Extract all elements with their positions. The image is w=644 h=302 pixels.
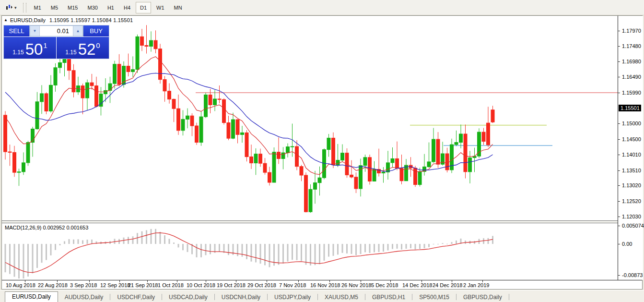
timeframe-buttons: M1M5M15M30H1H4D1W1MN xyxy=(29,0,187,15)
timeframe-button-mn[interactable]: MN xyxy=(170,2,187,13)
chart-tab-audusd-daily[interactable]: AUDUSD,Daily xyxy=(58,292,110,302)
price-axis-tick xyxy=(618,185,620,186)
toolbar-separator xyxy=(23,3,26,12)
macd-axis-label: 0.00 xyxy=(622,241,632,247)
macd-axis-tick xyxy=(618,275,620,276)
chart-tab-usdchf-daily[interactable]: USDCHF,Daily xyxy=(110,292,162,302)
collapse-icon[interactable]: ▲ xyxy=(4,18,8,22)
volume-down-icon[interactable]: ▼ xyxy=(30,26,40,36)
date-axis-label: 3 Sep 2018 xyxy=(70,282,97,288)
timeframe-button-d1[interactable]: D1 xyxy=(136,2,151,13)
chart-tab-usdjpy-daily[interactable]: USDJPY,Daily xyxy=(268,292,317,302)
price-axis-tick xyxy=(618,139,620,140)
price-axis-tick xyxy=(618,46,620,47)
price-axis-tick xyxy=(618,155,620,155)
macd-chart[interactable] xyxy=(2,223,618,280)
date-axis-label: 16 Nov 2018 xyxy=(310,282,340,288)
date-axis-label: 21 Sep 2018 xyxy=(128,282,158,288)
timeframe-button-m5[interactable]: M5 xyxy=(47,2,62,13)
price-axis-label: 1.14010 xyxy=(622,152,641,157)
macd-axis-tick xyxy=(618,244,620,244)
chart-title-symbol: EURUSD,Daily xyxy=(10,17,46,23)
date-axis-label: 26 Nov 2018 xyxy=(341,282,371,288)
price-axis-tick xyxy=(618,61,620,62)
timeframe-button-m1[interactable]: M1 xyxy=(30,2,46,13)
buy-price-small: 1.15 xyxy=(65,49,76,56)
date-axis-label: 19 Oct 2018 xyxy=(217,282,246,288)
price-axis[interactable]: 1.179701.174801.169801.164901.159901.150… xyxy=(618,16,643,280)
price-axis-label: 1.17480 xyxy=(622,43,641,49)
chart-tab-eurusd-daily[interactable]: EURUSD,Daily xyxy=(5,291,58,302)
date-axis-label: 2 Jan 2019 xyxy=(463,282,489,288)
buy-price-quote[interactable]: 1.15 52 0 xyxy=(57,37,109,59)
price-axis-label: 1.13020 xyxy=(622,182,641,188)
price-axis-label: 1.13510 xyxy=(622,168,641,173)
price-axis-label: 1.17970 xyxy=(622,28,641,34)
price-axis-tick xyxy=(618,170,620,171)
price-axis-label: 1.15000 xyxy=(622,121,641,126)
price-axis-label: 1.12520 xyxy=(622,198,641,204)
date-axis-label: 14 Dec 2018 xyxy=(402,282,432,288)
date-axis-label: 10 Oct 2018 xyxy=(187,282,215,288)
date-axis-label: 24 Dec 2018 xyxy=(433,282,462,288)
chart-tools-button[interactable]: ▾ xyxy=(3,1,19,14)
volume-up-icon[interactable]: ▲ xyxy=(73,26,83,36)
buy-price-big: 52 xyxy=(78,41,96,57)
chart-tab-usdcad-daily[interactable]: USDCAD,Daily xyxy=(162,292,214,302)
charts-toolbar: ▾ M1M5M15M30H1H4D1W1MN xyxy=(0,0,644,15)
price-axis-label: 1.14500 xyxy=(622,136,641,142)
date-axis-label: 12 Sep 2018 xyxy=(100,282,130,288)
date-axis[interactable]: 10 Aug 201822 Aug 20183 Sep 201812 Sep 2… xyxy=(2,280,642,289)
macd-axis-label: 0.005074 xyxy=(622,223,644,229)
chart-tab-gbpusd-daily[interactable]: GBPUSD,Daily xyxy=(457,292,509,302)
date-axis-label: 10 Aug 2018 xyxy=(6,282,35,288)
date-axis-label: 7 Nov 2018 xyxy=(279,282,306,288)
price-axis-tick xyxy=(618,31,620,31)
timeframe-button-m30[interactable]: M30 xyxy=(83,2,102,13)
chart-tab-xauusd-m5[interactable]: XAUUSD,M5 xyxy=(318,292,365,302)
sell-price-sup: 1 xyxy=(43,41,47,49)
timeframe-button-h1[interactable]: H1 xyxy=(103,2,118,13)
price-axis-tick xyxy=(618,217,620,217)
date-axis-label: 5 Dec 2018 xyxy=(371,282,398,288)
chart-title-ohlc: 1.15095 1.15597 1.15084 1.15501 xyxy=(49,17,133,23)
current-price-tag: 1.15501 xyxy=(619,105,641,111)
chart-tabs-bar: EURUSD,DailyAUDUSD,DailyUSDCHF,DailyUSDC… xyxy=(0,290,644,302)
mt4-terminal: ▾ M1M5M15M30H1H4D1W1MN ▲ EURUSD,Daily 1.… xyxy=(0,0,644,302)
sell-price-small: 1.15 xyxy=(12,49,23,56)
timeframe-button-w1[interactable]: W1 xyxy=(152,2,169,13)
price-axis-label: 1.15990 xyxy=(622,90,641,96)
date-axis-label: 1 Oct 2018 xyxy=(158,282,184,288)
chart-title-bar: ▲ EURUSD,Daily 1.15095 1.15597 1.15084 1… xyxy=(2,16,616,24)
timeframe-button-h4[interactable]: H4 xyxy=(119,2,135,13)
macd-axis-label: -0.00873 xyxy=(622,272,643,278)
price-axis-label: 1.16980 xyxy=(622,59,641,64)
dropdown-caret-icon: ▾ xyxy=(14,5,17,10)
macd-axis-tick xyxy=(618,226,620,226)
price-axis-tick xyxy=(618,77,620,77)
volume-input[interactable]: 0.01 xyxy=(40,26,73,36)
timeframe-button-m15[interactable]: M15 xyxy=(63,2,82,13)
chart-tab-gbpusd-h1[interactable]: GBPUSD,H1 xyxy=(365,292,412,302)
price-axis-tick xyxy=(618,123,620,124)
sell-button[interactable]: SELL xyxy=(4,25,29,36)
tab-separator xyxy=(509,294,509,300)
chart-tools-icon xyxy=(5,4,13,12)
date-axis-label: 22 Aug 2018 xyxy=(38,282,68,288)
one-click-trading-panel: SELL ▼ 0.01 ▲ BUY 1.15 50 1 1.15 52 0 xyxy=(3,25,109,59)
date-axis-label: 29 Oct 2018 xyxy=(247,282,276,288)
price-axis-tick xyxy=(618,93,620,93)
price-axis-label: 1.12030 xyxy=(622,214,641,219)
chart-tab-usdcnh-daily[interactable]: USDCNH,Daily xyxy=(215,292,267,302)
price-axis-label: 1.16490 xyxy=(622,74,641,80)
buy-button[interactable]: BUY xyxy=(83,25,109,36)
sell-price-big: 50 xyxy=(25,41,43,57)
buy-price-sup: 0 xyxy=(96,41,100,49)
chart-tab-sp500-m15[interactable]: SP500,M15 xyxy=(412,292,456,302)
sell-price-quote[interactable]: 1.15 50 1 xyxy=(4,37,56,59)
volume-stepper: ▼ 0.01 ▲ xyxy=(29,25,83,36)
price-axis-tick xyxy=(618,201,620,202)
